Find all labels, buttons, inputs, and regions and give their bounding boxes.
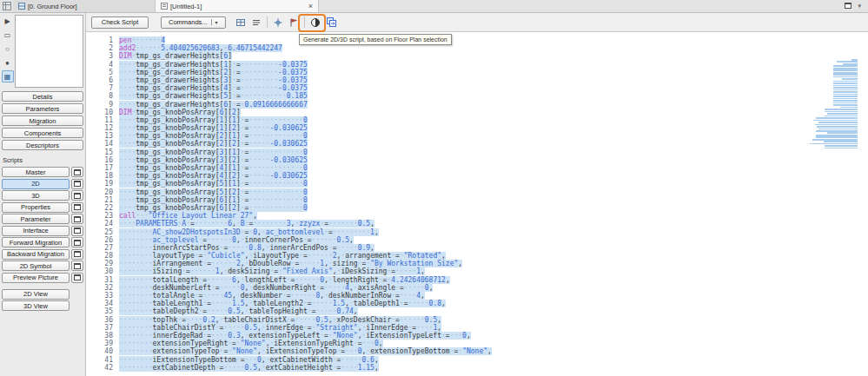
code-line[interactable]: DIM·tmp_gs_drawerHeights[6] [119, 52, 492, 60]
code-line[interactable]: ········topThk·=····0.2,·tableChairDistX… [119, 316, 492, 324]
script-file-icon [161, 3, 168, 10]
close-icon[interactable]: × [308, 3, 313, 10]
view-button-2d-view[interactable]: 2D View [2, 289, 70, 300]
circle-tool-icon[interactable]: ○ [2, 43, 14, 55]
minimap[interactable] [807, 59, 858, 148]
open-script-window-button[interactable] [71, 273, 83, 283]
code-line[interactable]: ········deskNumberLeft·=·····0,·deskNumb… [119, 284, 492, 292]
panel-button-parameters[interactable]: Parameters [2, 103, 83, 114]
code-line[interactable]: add2······5.404025620683,·6.46715442247 [119, 44, 492, 52]
script-button-master[interactable]: Master [2, 167, 70, 177]
code-line[interactable]: ········ac_toplevel·=······0,·innerCorne… [119, 236, 492, 244]
code-line[interactable]: ········AC_show2DHotspotsIn3D·=·0,·ac_bo… [119, 228, 492, 236]
code-line[interactable]: ····tmp_gs_drawerHeights[6]·=·0.09166666… [119, 101, 492, 109]
code-line[interactable]: ········extensionTypeTop·=·"None",·iExte… [119, 347, 492, 355]
code-line[interactable]: ········tableDepth2·=·····0.5,·tableTopH… [119, 307, 492, 315]
code-line[interactable]: ········iExtensionTypeBottom·=···0,·extC… [119, 356, 492, 364]
script-editor[interactable]: 1234567891011121314151617181920212223242… [86, 32, 868, 376]
code-line[interactable]: ········innerArcStartPos·=·····0.8,·inne… [119, 244, 492, 252]
script-button-forward-migration[interactable]: Forward Migration [2, 237, 70, 247]
code-line[interactable]: ········extCabinetDepth·=·····0.5,·extCa… [119, 364, 492, 372]
code-line[interactable]: ········tableChairDistY·=·····0.5,·inner… [119, 324, 492, 332]
hotspot-icon[interactable] [271, 15, 286, 30]
code-line[interactable]: ····tmp_gs_knobPosArray[4][1]·=·········… [119, 164, 492, 172]
generate-script-icon[interactable] [324, 15, 339, 30]
script-button-backward-migration[interactable]: Backward Migration [2, 249, 70, 260]
panel-button-descriptors[interactable]: Descriptors [2, 140, 83, 150]
code-line[interactable]: ····tmp_gs_drawerHeights[1]·=·········-0… [119, 61, 492, 69]
line-number: 21 [86, 196, 113, 204]
code-line[interactable]: ····tmp_gs_drawerHeights[2]·=·········-0… [119, 69, 492, 76]
code-line[interactable]: ········tableLength1·=·····1.5,·tableLen… [119, 300, 492, 307]
open-script-window-button[interactable] [71, 214, 83, 224]
code-line[interactable]: ····tmp_gs_knobPosArray[3][1]·=·········… [119, 148, 492, 156]
code-line[interactable]: ····tmp_gs_knobPosArray[1][2]·=·····-0.0… [119, 124, 492, 132]
table-icon[interactable] [234, 15, 248, 30]
hatch-tool-icon[interactable]: ▦ [2, 70, 14, 82]
open-script-window-button[interactable] [71, 249, 83, 260]
open-script-window-button[interactable] [71, 202, 83, 213]
code-line[interactable]: ····tmp_gs_knobPosArray[6][2]·=·········… [119, 204, 492, 212]
code-line[interactable]: ····tmp_gs_drawerHeights[3]·=·········-0… [119, 76, 492, 84]
minimap-line [812, 139, 858, 141]
code-line[interactable]: ····tmp_gs_knobPosArray[2][1]·=·········… [119, 132, 492, 140]
script-button-3d[interactable]: 3D [2, 190, 70, 201]
script-button-2d-symbol[interactable]: 2D Symbol [2, 261, 70, 271]
script-row: Parameter [2, 214, 83, 224]
line-number: 18 [86, 172, 113, 180]
float-window-icon[interactable] [845, 3, 851, 10]
check-script-button[interactable]: Check Script [91, 16, 149, 29]
code-line[interactable]: call···"Office Layout Linear 27", [119, 212, 492, 220]
open-script-window-button[interactable] [71, 261, 83, 271]
view-button-3d-view[interactable]: 3D View [2, 300, 70, 311]
open-script-window-button[interactable] [71, 179, 83, 189]
code-line[interactable]: ····tmp_gs_knobPosArray[4][2]·=·····-0.0… [119, 172, 492, 180]
pointer-tool-icon[interactable]: ▶ [2, 15, 14, 27]
open-script-window-button[interactable] [71, 237, 83, 247]
panel-button-migration[interactable]: Migration [2, 115, 83, 126]
tab-untitled[interactable]: [Untitled-1] × [156, 0, 319, 12]
commands-button[interactable]: Commands... ▾ [161, 16, 226, 29]
tab-ground-floor[interactable]: [0. Ground Floor] [13, 0, 156, 12]
selected-text: ········iSizing·=······1,·deskSizing·=·"… [119, 267, 425, 275]
list-icon[interactable] [249, 15, 264, 30]
code-lines[interactable]: pen·······4add2······5.404025620683,·6.4… [117, 32, 492, 376]
flag-icon[interactable] [287, 15, 301, 30]
code-line[interactable]: ········totalAngle·=·····45,·deskNumber·… [119, 292, 492, 300]
selected-text: ········extensionTypeRight·=·"None",·iEx… [119, 340, 383, 347]
open-script-window-button[interactable] [71, 190, 83, 201]
code-line[interactable]: ········innerEdgeRad·=····0.3,·extension… [119, 332, 492, 340]
chevron-down-icon[interactable]: ▾ [858, 3, 861, 10]
script-button-properties[interactable]: Properties [2, 202, 70, 213]
minimap-line [833, 94, 858, 96]
script-button-preview-picture[interactable]: Preview Picture [2, 273, 70, 283]
panel-button-details[interactable]: Details [2, 91, 83, 102]
code-line[interactable]: ········totalLength·=······6,·lengthLeft… [119, 276, 492, 284]
code-line[interactable]: ····PARAMETERS·A·=········6,·B·=········… [119, 220, 492, 228]
code-line[interactable]: DIM·tmp_gs_knobPosArray[6][2] [119, 109, 492, 116]
selected-text: DIM·tmp_gs_drawerHeights[6] [119, 52, 232, 60]
code-line[interactable]: ········iSizing·=······1,·deskSizing·=·"… [119, 267, 492, 275]
code-line[interactable]: ····tmp_gs_knobPosArray[3][2]·=·····-0.0… [119, 156, 492, 164]
code-line[interactable]: ····tmp_gs_knobPosArray[1][1]·=·········… [119, 116, 492, 124]
selected-text: ········iExtensionTypeBottom·=···0,·extC… [119, 356, 379, 364]
code-line[interactable]: ····tmp_gs_knobPosArray[5][1]·=·········… [119, 180, 492, 188]
open-script-window-button[interactable] [71, 226, 83, 236]
code-line[interactable]: ····tmp_gs_drawerHeights[5]·=···········… [119, 92, 492, 100]
code-line[interactable]: ········extensionTypeRight·=·"None",·iEx… [119, 340, 492, 347]
code-line[interactable]: ········iArrangement·=······2,·bDoubleRo… [119, 260, 492, 267]
script-button-2d[interactable]: 2D [2, 179, 70, 189]
code-line[interactable]: ····tmp_gs_drawerHeights[4]·=·········-0… [119, 84, 492, 92]
script-button-parameter[interactable]: Parameter [2, 214, 70, 224]
code-line[interactable]: ········layoutType·=·"Cubicle",·iLayoutT… [119, 252, 492, 260]
panel-button-components[interactable]: Components [2, 128, 83, 138]
script-button-interface[interactable]: Interface [2, 226, 70, 236]
sphere-tool-icon[interactable]: ● [2, 56, 14, 69]
code-line[interactable]: ····tmp_gs_knobPosArray[5][2]·=·········… [119, 188, 492, 196]
marquee-tool-icon[interactable]: ▭ [2, 29, 14, 41]
code-line[interactable]: ····tmp_gs_knobPosArray[2][2]·=·····-0.0… [119, 140, 492, 148]
contrast-icon[interactable] [308, 15, 323, 30]
open-script-window-button[interactable] [71, 167, 83, 177]
line-number: 33 [86, 292, 113, 300]
code-line[interactable]: ····tmp_gs_knobPosArray[6][1]·=·········… [119, 196, 492, 204]
